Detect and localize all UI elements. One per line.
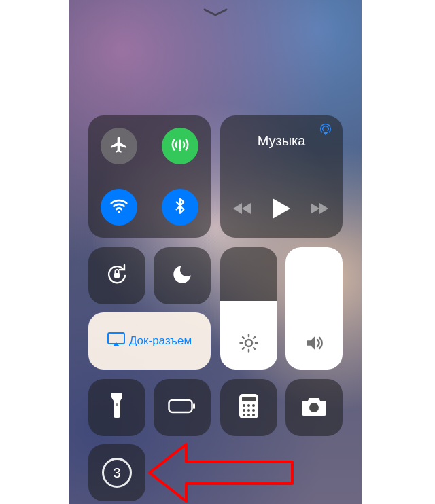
camera-button[interactable]: [285, 379, 343, 436]
svg-rect-6: [193, 403, 195, 409]
screen-recording-button[interactable]: 3: [88, 444, 145, 501]
svg-point-3: [245, 340, 252, 346]
brightness-slider[interactable]: [220, 247, 277, 370]
calculator-button[interactable]: [220, 379, 277, 436]
svg-rect-8: [242, 397, 256, 401]
cellular-data-toggle[interactable]: [162, 128, 198, 164]
do-not-disturb-icon: [171, 263, 194, 289]
svg-point-16: [247, 414, 250, 416]
airplane-icon: [109, 135, 128, 157]
cellular-icon: [170, 134, 190, 158]
next-track-icon[interactable]: [311, 201, 330, 219]
flashlight-icon: [110, 393, 124, 422]
svg-point-9: [243, 404, 245, 407]
svg-rect-1: [114, 273, 120, 278]
wifi-toggle[interactable]: [101, 189, 137, 226]
svg-point-12: [243, 409, 245, 412]
svg-point-15: [243, 414, 245, 416]
svg-point-14: [252, 409, 255, 412]
svg-point-0: [118, 211, 120, 213]
rotation-lock-icon: [103, 261, 130, 291]
svg-point-10: [247, 404, 250, 407]
screen-recording-countdown: 3: [102, 458, 132, 488]
bluetooth-icon: [171, 197, 189, 217]
svg-rect-5: [169, 400, 192, 412]
svg-point-13: [247, 409, 250, 412]
screen-mirroring-icon: [107, 332, 125, 350]
annotation-arrow: [144, 439, 298, 504]
wifi-icon: [109, 196, 129, 219]
previous-track-icon[interactable]: [233, 201, 252, 219]
svg-point-17: [252, 414, 255, 416]
volume-icon: [304, 333, 324, 356]
rotation-lock-toggle[interactable]: [88, 247, 145, 304]
svg-point-18: [309, 403, 319, 412]
camera-icon: [301, 396, 327, 419]
do-not-disturb-toggle[interactable]: [154, 247, 211, 304]
screen-mirroring-button[interactable]: Док-разъем: [88, 312, 211, 370]
play-icon[interactable]: [273, 198, 290, 221]
airplane-mode-toggle[interactable]: [101, 128, 137, 164]
control-center: Музыка: [69, 0, 362, 504]
brightness-icon: [239, 333, 259, 356]
volume-slider[interactable]: [285, 247, 343, 370]
countdown-value: 3: [113, 465, 120, 481]
screen-mirroring-label: Док-разъем: [129, 334, 192, 348]
svg-point-4: [116, 403, 118, 406]
flashlight-button[interactable]: [88, 379, 145, 436]
chevron-down-icon[interactable]: [202, 7, 229, 22]
bluetooth-toggle[interactable]: [162, 189, 198, 226]
screenshot-frame: Музыка: [0, 0, 435, 504]
svg-rect-2: [108, 333, 124, 344]
connectivity-tile: [88, 115, 211, 238]
playback-controls: [220, 198, 343, 221]
svg-point-11: [252, 404, 255, 407]
calculator-icon: [239, 394, 258, 421]
music-tile[interactable]: Музыка: [220, 115, 343, 238]
music-title: Музыка: [220, 133, 343, 149]
low-power-icon: [168, 398, 196, 417]
low-power-mode-button[interactable]: [154, 379, 211, 436]
